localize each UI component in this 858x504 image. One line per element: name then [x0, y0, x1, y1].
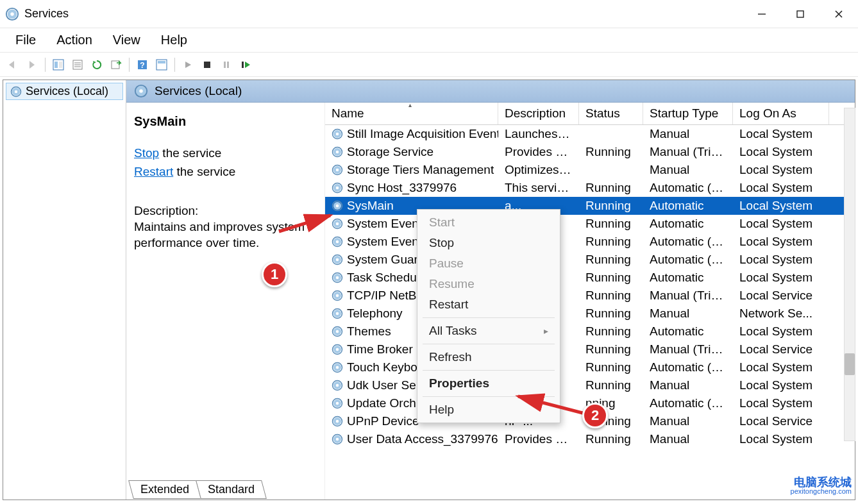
column-status[interactable]: Status: [579, 103, 643, 124]
svg-rect-22: [242, 62, 244, 68]
annotation-badge-2: 2: [582, 403, 608, 428]
svg-rect-4: [797, 11, 803, 17]
cell-startup: Automatic: [643, 271, 733, 285]
svg-point-49: [336, 240, 339, 244]
service-icon: [332, 362, 343, 373]
cell-logon: Local System: [733, 181, 829, 195]
badge-1-label: 1: [271, 266, 278, 283]
service-row[interactable]: User Data Access_3379976Provides ap...Ru…: [325, 430, 855, 448]
forward-button[interactable]: [23, 56, 41, 74]
cell-startup: Automatic (Tri...: [643, 235, 733, 249]
stop-service-button[interactable]: [198, 56, 216, 74]
service-row[interactable]: Sync Host_3379976This service ...Running…: [325, 179, 855, 197]
cell-startup: Manual: [643, 414, 733, 428]
cell-startup: Manual (Trigg...: [643, 342, 733, 357]
pause-service-button[interactable]: [217, 56, 235, 74]
restart-service-button[interactable]: [237, 56, 255, 74]
service-row[interactable]: Storage ServiceProvides ena...RunningMan…: [325, 143, 855, 161]
cell-status: Running: [579, 307, 643, 321]
sort-indicator-icon: ▴: [408, 103, 412, 108]
column-logon[interactable]: Log On As: [733, 103, 829, 124]
service-row[interactable]: Task Schedulus...RunningAutomaticLocal S…: [325, 269, 855, 287]
service-row[interactable]: Telephonyel...RunningManualNetwork Se...: [325, 305, 855, 323]
watermark-sub: pexitongcheng.com: [791, 488, 852, 495]
back-button[interactable]: [4, 56, 22, 74]
service-icon: [332, 236, 343, 248]
restart-service-link[interactable]: Restart: [134, 165, 173, 178]
close-button[interactable]: [820, 0, 858, 28]
show-hide-tree-button[interactable]: [49, 56, 67, 74]
cell-status: Running: [579, 324, 643, 339]
nav-services-local[interactable]: Services (Local): [6, 83, 123, 100]
menu-view[interactable]: View: [103, 30, 151, 50]
action-pane-button[interactable]: [153, 56, 171, 74]
cell-startup: Automatic (De...: [643, 396, 733, 410]
start-service-button[interactable]: [179, 56, 197, 74]
cell-status: Running: [579, 271, 643, 285]
scroll-thumb[interactable]: [845, 353, 855, 375]
svg-rect-19: [204, 62, 210, 68]
svg-point-61: [336, 312, 339, 315]
service-row[interactable]: Still Image Acquisition EventsLaunches a…: [325, 125, 855, 143]
service-row[interactable]: System Eventes ...RunningAutomatic (Tri.…: [325, 233, 855, 251]
refresh-button[interactable]: [88, 56, 106, 74]
content-header: Services (Local): [126, 80, 855, 103]
tab-extended[interactable]: Extended: [128, 480, 201, 499]
service-row[interactable]: ThemesRunningAutomaticLocal System: [325, 323, 855, 340]
column-name[interactable]: Name: [325, 103, 498, 124]
menu-help[interactable]: Help: [151, 30, 198, 50]
ctx-restart[interactable]: Restart: [417, 294, 560, 315]
toolbar-separator: [45, 58, 46, 72]
service-row[interactable]: Touch Keybo...RunningAutomatic (Tri...Lo…: [325, 358, 855, 376]
help-button[interactable]: ?: [133, 56, 151, 74]
cell-logon: Local System: [733, 271, 829, 285]
svg-point-67: [336, 348, 339, 351]
svg-point-82: [336, 438, 339, 441]
minimize-button[interactable]: [743, 0, 781, 28]
ctx-separator: [423, 344, 555, 344]
service-icon: [332, 326, 343, 337]
cell-startup: Automatic: [643, 217, 733, 231]
service-row[interactable]: Time Brokeres ...RunningManual (Trigg...…: [325, 340, 855, 358]
stop-service-link[interactable]: Stop: [134, 146, 159, 160]
cell-name: Still Image Acquisition Events: [325, 127, 498, 141]
cell-logon: Local Service: [733, 342, 829, 357]
svg-point-40: [336, 187, 339, 190]
ctx-refresh[interactable]: Refresh: [417, 347, 560, 367]
menu-file[interactable]: File: [5, 30, 46, 50]
service-row[interactable]: SysMaina...RunningAutomaticLocal System: [325, 197, 855, 215]
cell-status: Running: [579, 235, 643, 249]
svg-point-37: [336, 169, 339, 172]
cell-logon: Local System: [733, 432, 829, 446]
export-button[interactable]: [107, 56, 125, 74]
cell-description: Optimizes th...: [498, 163, 579, 177]
maximize-button[interactable]: [781, 0, 820, 28]
vertical-scrollbar[interactable]: [844, 108, 855, 441]
properties-button[interactable]: [69, 56, 87, 74]
cell-status: Running: [579, 360, 643, 374]
toolbar: ?: [0, 53, 858, 77]
detail-pane: SysMain Stop the service Restart the ser…: [126, 103, 325, 500]
cell-status: Running: [579, 253, 643, 267]
svg-point-64: [336, 330, 339, 333]
ctx-all-tasks-label: All Tasks: [429, 324, 477, 338]
ctx-stop[interactable]: Stop: [417, 233, 560, 253]
view-tabs: Extended Standard: [131, 480, 264, 499]
cell-status: Running: [579, 181, 643, 195]
column-description[interactable]: Description: [498, 103, 579, 124]
tab-standard[interactable]: Standard: [196, 480, 267, 499]
service-icon: [332, 254, 343, 265]
service-row[interactable]: System Guardan...RunningAutomatic (De...…: [325, 251, 855, 269]
ctx-start: Start: [417, 212, 560, 233]
column-startup[interactable]: Startup Type: [643, 103, 733, 124]
cell-description: Launches ap...: [498, 127, 579, 141]
menu-action[interactable]: Action: [46, 30, 103, 50]
service-row[interactable]: TCP/IP NetBIOup...RunningManual (Trigg..…: [325, 287, 855, 305]
cell-startup: Automatic: [643, 324, 733, 339]
svg-point-34: [336, 151, 339, 154]
cell-logon: Local System: [733, 360, 829, 374]
service-row[interactable]: Storage Tiers ManagementOptimizes th...M…: [325, 161, 855, 179]
ctx-all-tasks[interactable]: All Tasks▸: [417, 321, 560, 341]
service-row[interactable]: System Eventsy...RunningAutomaticLocal S…: [325, 215, 855, 233]
content-header-label: Services (Local): [155, 84, 242, 98]
